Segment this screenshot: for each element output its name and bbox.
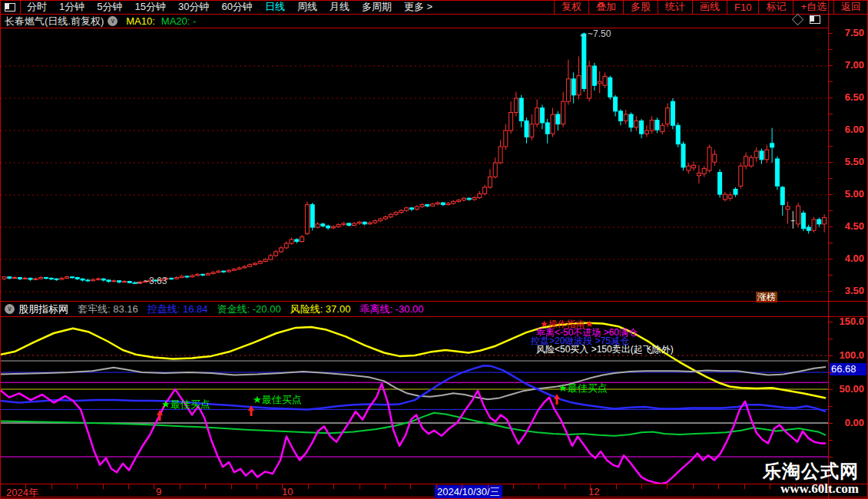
candle-up <box>551 114 555 134</box>
toolbar-button-复权[interactable]: 复权 <box>554 0 588 14</box>
price-axis-label: 4.00 <box>845 253 864 264</box>
indicator-value: 控盘线: 16.84 <box>147 302 208 316</box>
candle-up <box>754 151 758 157</box>
chevron-down-circle-icon[interactable]: ∨ <box>5 304 15 314</box>
period-tab-30分钟[interactable]: 30分钟 <box>172 0 215 14</box>
candle-up <box>405 208 409 210</box>
candle-up <box>60 278 64 279</box>
watermark: 乐淘公式网 www.60lt.com <box>763 461 859 496</box>
candle-down <box>618 111 622 121</box>
price-annotation: ←~7.50 <box>578 28 611 39</box>
candle-up <box>509 112 513 131</box>
price-axis-label: 4.50 <box>845 220 864 232</box>
price-axis-label: 7.50 <box>845 27 864 38</box>
period-tabs: 分时1分钟5分钟15分钟30分钟60分钟日线周线月线多周期更多 > <box>21 0 439 14</box>
buy-arrow-stem <box>556 399 558 405</box>
candle-up <box>279 248 283 252</box>
indicator-value: 套牢线: 83.16 <box>78 302 138 316</box>
indicator-value: 风险线: 37.00 <box>290 302 351 316</box>
candle-down <box>571 79 575 95</box>
candle-up <box>713 154 717 162</box>
candle-down <box>655 121 659 131</box>
period-tab-周线[interactable]: 周线 <box>291 0 323 14</box>
chevron-down-circle-icon[interactable]: ∨ <box>108 16 118 26</box>
candle-up <box>723 194 727 200</box>
period-tab-5分钟[interactable]: 5分钟 <box>91 0 128 14</box>
candle-up <box>389 214 393 216</box>
time-axis-label: 9 <box>156 486 161 497</box>
window-split-icon[interactable] <box>810 15 820 24</box>
candle-down <box>629 114 633 127</box>
candle-up <box>394 213 398 215</box>
candle-up <box>812 220 816 230</box>
period-tab-1分钟[interactable]: 1分钟 <box>53 0 91 14</box>
period-tab-日线[interactable]: 日线 <box>259 0 291 14</box>
candle-down <box>817 220 821 224</box>
candle-down <box>671 101 674 125</box>
period-tab-更多 >[interactable]: 更多 > <box>398 0 439 14</box>
candle-down <box>760 151 764 160</box>
ma10-label: MA10: <box>126 15 155 27</box>
price-axis-label: 5.00 <box>845 188 864 200</box>
candle-up <box>373 221 377 223</box>
price-axis: 66.68 7.507.006.506.005.505.004.504.003.… <box>828 0 868 499</box>
candle-down <box>44 278 48 279</box>
candle-down <box>28 278 32 279</box>
candle-up <box>232 269 236 271</box>
candle-down <box>525 121 528 137</box>
candle-up <box>493 163 497 177</box>
price-axis-label: 3.50 <box>845 285 864 296</box>
period-tab-月线[interactable]: 月线 <box>323 0 356 14</box>
candle-up <box>661 125 664 131</box>
candle-up <box>253 263 257 265</box>
indicator-axis-label: 150.0 <box>839 316 864 327</box>
time-axis: 2024年9102024/10/30/三12 <box>0 484 868 497</box>
candle-down <box>81 279 84 280</box>
candle-up <box>707 147 711 170</box>
candle-down <box>70 277 74 278</box>
candle-down <box>640 121 644 134</box>
period-tab-15分钟[interactable]: 15分钟 <box>128 0 171 14</box>
time-axis-label: 10 <box>282 486 293 497</box>
candle-down <box>128 282 131 283</box>
candle-up <box>23 278 27 279</box>
period-tab-分时[interactable]: 分时 <box>21 0 53 14</box>
chart-title-bar: 长春燃气(日线.前复权) ∨ MA10: MA20: - <box>0 15 868 28</box>
candlestick-chart[interactable]: ←~7.50←~3.63 涨榜 <box>0 28 828 302</box>
period-toolbar: 分时1分钟5分钟15分钟30分钟60分钟日线周线月线多周期更多 > 复权叠加多股… <box>0 0 868 15</box>
candle-up <box>211 273 215 274</box>
toolbar-button-叠加[interactable]: 叠加 <box>588 0 623 14</box>
candle-up <box>744 157 748 167</box>
toolbar-button-F10[interactable]: F10 <box>727 0 758 14</box>
indicator-value: 资金线: -20.00 <box>217 302 281 316</box>
candle-up <box>504 131 508 147</box>
strategy-guide-text: 风险<50买入 >150卖出(起飞除外) <box>536 344 674 355</box>
candle-down <box>101 279 105 280</box>
indicator-value-marker: 66.68 <box>830 363 866 375</box>
chart-title: 长春燃气(日线.前复权) <box>5 15 104 28</box>
indicator-axis-label: 50.00 <box>839 383 864 395</box>
candle-up <box>284 243 288 248</box>
candle-up <box>823 217 827 223</box>
candle-down <box>592 66 596 85</box>
indicator-panel[interactable]: ★最佳买点★最佳买点★最佳买点★操作指南★乖离<-50不进场 >60满仓控盘>2… <box>0 317 828 484</box>
candle-up <box>112 281 116 282</box>
period-tab-60分钟[interactable]: 60分钟 <box>215 0 258 14</box>
candle-up <box>227 270 230 272</box>
candle-up <box>65 277 69 279</box>
candle-up <box>39 278 43 279</box>
candle-up <box>530 124 534 137</box>
window-restore-icon[interactable] <box>0 0 21 14</box>
indicator-name: 股朋指标网 <box>18 302 68 316</box>
toolbar-button-多股[interactable]: 多股 <box>623 0 658 14</box>
period-tab-多周期[interactable]: 多周期 <box>356 0 398 14</box>
toolbar-button-统计[interactable]: 统计 <box>658 0 692 14</box>
toolbar-button-画线[interactable]: 画线 <box>692 0 727 14</box>
toolbar-button-标记[interactable]: 标记 <box>758 0 793 14</box>
candle-down <box>614 97 618 111</box>
candle-up <box>2 277 6 279</box>
diamond-icon[interactable] <box>792 14 804 26</box>
candle-up <box>342 223 346 225</box>
candle-up <box>368 223 372 224</box>
candle-down <box>49 278 53 279</box>
